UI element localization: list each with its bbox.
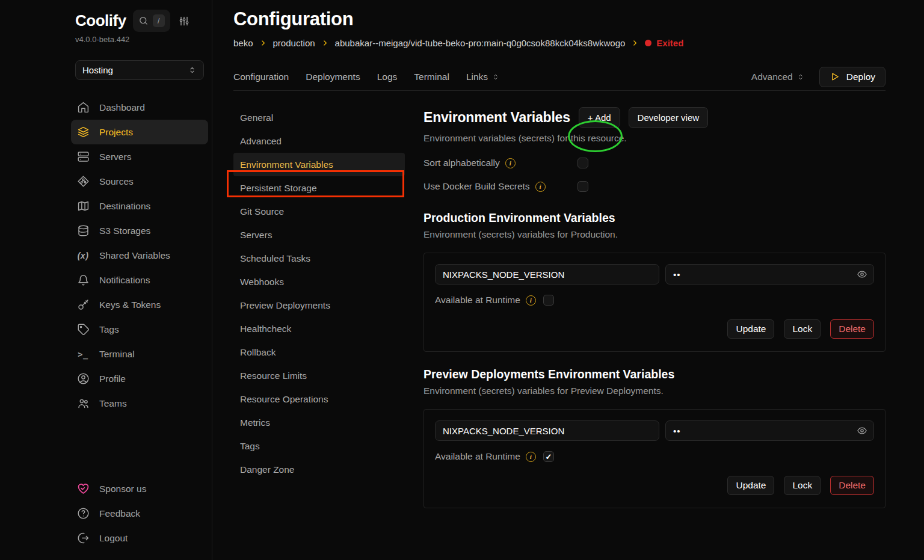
env-subtitle: Environment variables (secrets) for this… <box>424 133 886 144</box>
sidebar-item-profile[interactable]: Profile <box>71 366 208 391</box>
subnav-item-healthcheck[interactable]: Healthcheck <box>233 317 405 340</box>
sidebar-item-keys-tokens[interactable]: Keys & Tokens <box>71 292 208 317</box>
tab-configuration[interactable]: Configuration <box>233 72 289 82</box>
runtime-checkbox[interactable] <box>543 451 554 462</box>
subnav-item-rollback[interactable]: Rollback <box>233 340 405 364</box>
sidebar-item-destinations[interactable]: Destinations <box>71 194 208 218</box>
developer-view-button[interactable]: Developer view <box>629 107 709 128</box>
tab-bar-right: Advanced Deploy <box>751 67 886 87</box>
eye-icon[interactable] <box>857 425 867 436</box>
sidebar-item-label: Shared Variables <box>99 250 170 261</box>
tag-icon <box>76 323 90 336</box>
env-var-key-input[interactable] <box>435 264 659 285</box>
advanced-selector[interactable]: Advanced <box>751 72 805 82</box>
profile-icon <box>76 372 90 386</box>
sidebar-item-servers[interactable]: Servers <box>71 144 208 169</box>
server-icon <box>76 150 90 164</box>
info-icon: i <box>535 182 546 192</box>
sidebar-item-tags[interactable]: Tags <box>71 317 208 342</box>
breadcrumb-environment[interactable]: production <box>273 38 315 48</box>
sidebar-item-logout[interactable]: Logout <box>71 526 208 550</box>
subnav-item-scheduled-tasks[interactable]: Scheduled Tasks <box>233 247 405 270</box>
tab-deployments[interactable]: Deployments <box>306 72 360 82</box>
tab-terminal[interactable]: Terminal <box>414 72 449 82</box>
runtime-checkbox[interactable] <box>543 295 554 306</box>
sidebar-item-label: S3 Storages <box>99 226 150 236</box>
settings-sliders-icon[interactable] <box>178 15 190 27</box>
delete-button[interactable]: Delete <box>830 319 874 339</box>
sidebar-item-feedback[interactable]: Feedback <box>71 501 208 526</box>
update-button[interactable]: Update <box>727 476 774 495</box>
delete-button[interactable]: Delete <box>830 476 874 495</box>
content-row: General Advanced Environment Variables P… <box>233 91 886 560</box>
docker-build-secrets-checkbox[interactable] <box>578 181 588 192</box>
logo-row: Coolify / <box>75 10 204 32</box>
variable-icon <box>76 249 90 262</box>
eye-icon[interactable] <box>857 269 867 280</box>
sidebar-nav: Dashboard Projects Servers Sources Desti… <box>75 95 204 416</box>
page-title: Configuration <box>233 8 886 30</box>
subnav-item-tags[interactable]: Tags <box>233 434 405 458</box>
status-text: Exited <box>656 38 683 48</box>
subnav-item-advanced[interactable]: Advanced <box>233 129 405 153</box>
env-var-value-input[interactable] <box>665 420 874 441</box>
tab-links-label: Links <box>466 72 488 82</box>
runtime-row: Available at Runtime i <box>435 451 874 462</box>
sort-alphabetically-checkbox[interactable] <box>578 158 588 168</box>
env-var-value-input[interactable] <box>665 264 874 285</box>
sidebar-item-label: Terminal <box>99 349 135 360</box>
tab-logs[interactable]: Logs <box>377 72 398 82</box>
subnav-item-git-source[interactable]: Git Source <box>233 200 405 223</box>
sidebar-item-label: Notifications <box>99 275 150 286</box>
breadcrumb-resource[interactable]: abubakar--meigag/vid-tube-beko-pro:main-… <box>335 38 626 48</box>
app-version: v4.0.0-beta.442 <box>75 35 204 44</box>
deploy-button[interactable]: Deploy <box>819 67 886 87</box>
advanced-label: Advanced <box>751 72 793 82</box>
preview-section-title: Preview Deployments Environment Variable… <box>424 368 886 381</box>
lock-button[interactable]: Lock <box>784 319 821 339</box>
subnav-item-general[interactable]: General <box>233 106 405 129</box>
lock-button[interactable]: Lock <box>784 476 821 495</box>
sidebar-item-label: Dashboard <box>99 102 145 113</box>
deploy-label: Deploy <box>846 72 875 82</box>
preview-env-var-card: Available at Runtime i Update Lock Delet… <box>424 409 886 508</box>
subnav-item-webhooks[interactable]: Webhooks <box>233 270 405 294</box>
sidebar-item-s3-storages[interactable]: S3 Storages <box>71 218 208 243</box>
chevrons-up-down-icon <box>491 73 500 81</box>
sidebar-item-dashboard[interactable]: Dashboard <box>71 95 208 120</box>
settings-subnav: General Advanced Environment Variables P… <box>233 91 405 560</box>
key-icon <box>76 298 90 312</box>
subnav-item-danger-zone[interactable]: Danger Zone <box>233 458 405 481</box>
production-env-var-card: Available at Runtime i Update Lock Delet… <box>424 253 886 352</box>
sidebar-item-notifications[interactable]: Notifications <box>71 268 208 292</box>
sidebar-item-terminal[interactable]: Terminal <box>71 342 208 366</box>
add-button[interactable]: + Add <box>579 107 620 128</box>
update-button[interactable]: Update <box>727 319 774 339</box>
sidebar-item-sponsor-us[interactable]: Sponsor us <box>71 476 208 501</box>
subnav-item-preview-deployments[interactable]: Preview Deployments <box>233 294 405 317</box>
subnav-item-resource-operations[interactable]: Resource Operations <box>233 387 405 411</box>
subnav-item-resource-limits[interactable]: Resource Limits <box>233 364 405 387</box>
env-title: Environment Variables <box>424 109 570 126</box>
subnav-item-environment-variables[interactable]: Environment Variables <box>233 153 405 176</box>
env-var-key-input[interactable] <box>435 420 659 441</box>
tab-links[interactable]: Links <box>466 72 500 82</box>
breadcrumb-chevron-icon <box>321 39 329 47</box>
breadcrumb-team[interactable]: beko <box>233 38 253 48</box>
sidebar-item-teams[interactable]: Teams <box>71 391 208 416</box>
team-selector[interactable]: Hosting <box>75 60 204 80</box>
subnav-item-metrics[interactable]: Metrics <box>233 411 405 434</box>
info-icon: i <box>505 158 516 168</box>
subnav-item-servers[interactable]: Servers <box>233 223 405 247</box>
sidebar-item-projects[interactable]: Projects <box>71 120 208 144</box>
map-icon <box>76 200 90 213</box>
search-button[interactable]: / <box>133 10 170 32</box>
docker-build-secrets-row: Use Docker Build Secrets i <box>424 177 886 195</box>
environment-variables-panel: Environment Variables + Add Developer vi… <box>424 91 886 560</box>
sidebar-item-shared-variables[interactable]: Shared Variables <box>71 243 208 268</box>
runtime-row: Available at Runtime i <box>435 295 874 306</box>
sidebar-item-sources[interactable]: Sources <box>71 169 208 194</box>
sidebar-item-label: Projects <box>99 127 133 138</box>
subnav-item-persistent-storage[interactable]: Persistent Storage <box>233 176 405 200</box>
teams-icon <box>76 397 90 410</box>
